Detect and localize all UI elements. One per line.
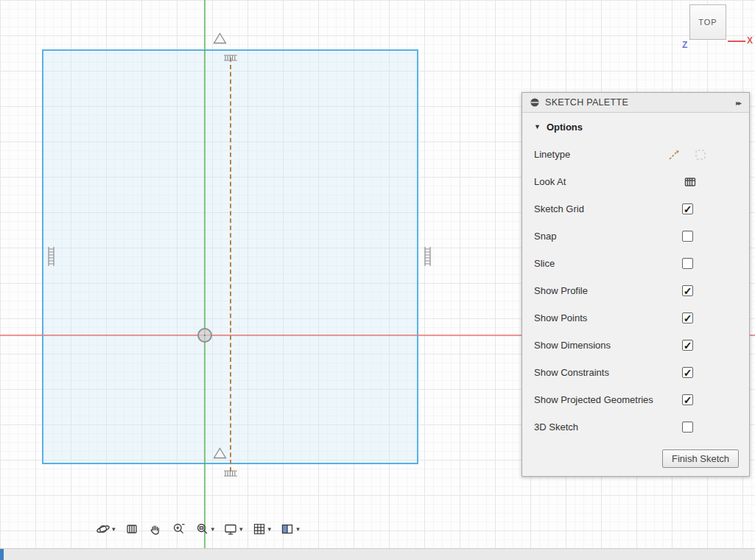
palette-row-linetype: Linetype [522, 141, 749, 168]
vertical-constraint-right-icon[interactable] [424, 246, 432, 270]
axis-z-label: Z [682, 40, 687, 50]
show-constraints-checkbox[interactable]: ✓ [682, 367, 693, 378]
row-label: Look At [534, 176, 683, 187]
pan-button[interactable] [148, 522, 163, 536]
chevron-down-icon[interactable]: ▾ [112, 526, 116, 533]
timeline-marker[interactable] [0, 549, 4, 560]
axis-x-label: X [747, 35, 753, 46]
row-label: Sketch Grid [534, 203, 682, 214]
viewcube[interactable]: TOP Z X [679, 1, 755, 55]
zoom-button[interactable] [172, 522, 186, 536]
palette-rows: Linetype Look At [522, 141, 749, 441]
vertical-constraint-left-icon[interactable] [47, 246, 56, 270]
midpoint-constraint-bottom-icon[interactable] [223, 468, 238, 481]
palette-title: SKETCH PALETTE [545, 97, 731, 108]
slice-checkbox[interactable] [682, 258, 693, 269]
palette-icon [530, 97, 540, 108]
show-dimensions-checkbox[interactable]: ✓ [682, 340, 693, 351]
timeline-bar [0, 548, 755, 560]
palette-row-look-at: Look At [522, 168, 749, 195]
sketch-grid-checkbox[interactable]: ✓ [682, 203, 693, 214]
viewcube-top-face[interactable]: TOP [689, 4, 726, 40]
construction-centerline[interactable] [230, 57, 231, 472]
navigation-toolbar: ▾ ▾ ▾ [96, 518, 300, 540]
display-settings-icon [223, 522, 238, 536]
grid-display-button[interactable]: ▾ [252, 522, 272, 536]
fit-button[interactable]: ▾ [195, 522, 215, 536]
palette-row-slice: Slice [522, 250, 749, 277]
look-at-icon [124, 522, 139, 536]
palette-row-show-constraints: Show Constraints ✓ [522, 359, 749, 386]
triangle-down-icon: ▼ [534, 123, 541, 130]
palette-header: SKETCH PALETTE ▸▸ [522, 93, 749, 113]
palette-row-sketch-grid: Sketch Grid ✓ [522, 195, 749, 223]
construction-linetype-icon[interactable] [667, 147, 681, 162]
look-at-button[interactable] [683, 175, 698, 189]
palette-row-show-profile: Show Profile ✓ [522, 277, 749, 304]
pan-icon [148, 522, 163, 536]
chevron-down-icon[interactable]: ▾ [268, 526, 272, 533]
palette-row-show-projected-geometries: Show Projected Geometries ✓ [522, 386, 749, 413]
axis-x-line-indicator [728, 41, 745, 42]
fit-icon [195, 522, 210, 536]
palette-row-show-points: Show Points ✓ [522, 304, 749, 332]
row-label: Linetype [534, 149, 667, 160]
palette-row-snap: Snap [522, 223, 749, 250]
centerline-linetype-icon[interactable] [693, 147, 708, 162]
viewports-icon [280, 522, 295, 536]
row-label: Show Profile [534, 285, 682, 296]
palette-row-3d-sketch: 3D Sketch [522, 413, 749, 441]
row-label: Slice [534, 258, 682, 269]
options-section-label: Options [547, 122, 583, 133]
show-projected-geometries-checkbox[interactable]: ✓ [682, 394, 693, 405]
row-label: 3D Sketch [534, 421, 682, 433]
sketch-palette-panel: SKETCH PALETTE ▸▸ ▼ Options Linetype [522, 92, 750, 477]
chevron-down-icon[interactable]: ▾ [211, 526, 215, 533]
display-settings-button[interactable]: ▾ [223, 522, 243, 536]
collapse-panel-icon[interactable]: ▸▸ [736, 99, 742, 107]
look-at-nav-button[interactable] [124, 522, 139, 536]
sketch-canvas[interactable]: TOP Z X SKETCH PALETTE ▸▸ ▼ Options Line… [0, 0, 755, 560]
chevron-down-icon[interactable]: ▾ [296, 526, 300, 533]
y-axis-line [204, 0, 206, 549]
3d-sketch-checkbox[interactable] [682, 421, 693, 433]
orbit-icon [96, 522, 110, 536]
finish-sketch-button[interactable]: Finish Sketch [662, 449, 739, 468]
chevron-down-icon[interactable]: ▾ [239, 526, 243, 533]
row-label: Snap [534, 231, 682, 242]
snap-checkbox[interactable] [682, 231, 693, 242]
show-points-checkbox[interactable]: ✓ [682, 312, 693, 323]
show-profile-checkbox[interactable]: ✓ [682, 285, 693, 296]
midpoint-constraint-top-icon[interactable] [223, 52, 238, 66]
orbit-button[interactable]: ▾ [96, 522, 116, 536]
viewports-button[interactable]: ▾ [280, 522, 300, 536]
palette-footer: Finish Sketch [522, 441, 749, 476]
row-label: Show Points [534, 312, 682, 323]
row-label: Show Constraints [534, 367, 682, 378]
row-label: Show Projected Geometries [534, 394, 682, 405]
symmetry-constraint-top-icon[interactable] [213, 32, 227, 47]
grid-display-icon [252, 522, 267, 536]
zoom-icon [172, 522, 186, 536]
palette-row-show-dimensions: Show Dimensions ✓ [522, 332, 749, 359]
origin-point[interactable] [197, 328, 212, 343]
options-section-toggle[interactable]: ▼ Options [522, 113, 749, 141]
symmetry-constraint-bottom-icon[interactable] [213, 447, 227, 462]
row-label: Show Dimensions [534, 340, 682, 351]
